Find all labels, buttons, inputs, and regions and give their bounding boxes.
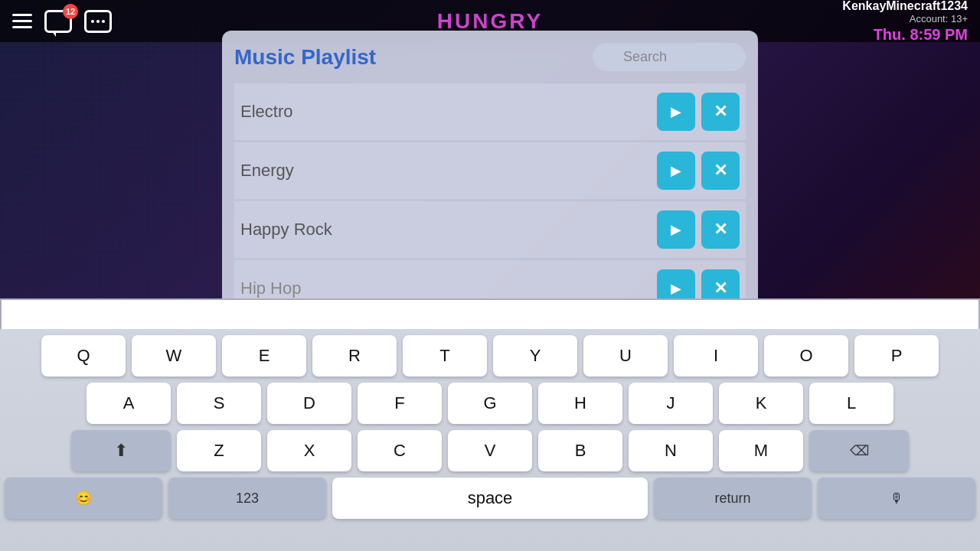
timestamp-label: Thu. 8:59 PM [842, 26, 968, 44]
space-key[interactable]: space [332, 478, 648, 519]
key-h[interactable]: H [538, 383, 622, 424]
playlist-title: Music Playlist [234, 45, 376, 70]
shift-key[interactable]: ⬆ [71, 430, 171, 471]
song-name: Electro [240, 102, 292, 122]
remove-button[interactable]: ✕ [701, 152, 740, 190]
numbers-key[interactable]: 123 [168, 478, 326, 519]
keyboard-row-3: ⬆ Z X C V B N M ⌫ [5, 430, 975, 471]
list-item: Happy Rock ✕ [234, 201, 746, 259]
key-o[interactable]: O [764, 335, 848, 377]
key-z[interactable]: Z [177, 430, 261, 471]
key-y[interactable]: Y [493, 335, 577, 377]
key-a[interactable]: A [87, 383, 171, 424]
key-n[interactable]: N [629, 430, 713, 471]
top-bar-left: 12 [12, 10, 112, 33]
user-info: KenkayMinecraft1234 Account: 13+ Thu. 8:… [842, 0, 968, 44]
list-item: Electro ✕ [234, 83, 746, 141]
key-m[interactable]: M [719, 430, 803, 471]
key-b[interactable]: B [538, 430, 622, 471]
return-key[interactable]: return [654, 478, 812, 519]
key-l[interactable]: L [809, 383, 893, 424]
key-w[interactable]: W [132, 335, 216, 377]
username-label: KenkayMinecraft1234 [842, 0, 968, 13]
game-title: HUNGRY [437, 9, 543, 34]
key-v[interactable]: V [448, 430, 532, 471]
key-p[interactable]: P [854, 335, 939, 377]
key-g[interactable]: G [448, 383, 532, 424]
backspace-key[interactable]: ⌫ [809, 430, 909, 471]
keyboard-row-4: 😊 123 space return 🎙 [5, 478, 975, 519]
key-j[interactable]: J [629, 383, 713, 424]
account-info-label: Account: 13+ [842, 13, 968, 24]
song-name: Happy Rock [240, 220, 332, 240]
remove-button[interactable]: ✕ [701, 93, 740, 131]
keyboard: Q W E R T Y U I O P A S D F G H J K L ⬆ … [0, 329, 980, 551]
play-button[interactable] [657, 210, 695, 249]
emoji-key[interactable]: 😊 [5, 478, 162, 519]
key-i[interactable]: I [674, 335, 758, 377]
search-input[interactable] [11, 309, 969, 327]
playlist-items: Electro ✕ Energy ✕ Happy Rock ✕ Hip Hop [234, 83, 746, 317]
chat2-icon[interactable] [84, 10, 112, 33]
key-t[interactable]: T [403, 335, 487, 377]
key-k[interactable]: K [719, 383, 803, 424]
list-item: Energy ✕ [234, 142, 746, 200]
playlist-header: Music Playlist Search [234, 43, 746, 71]
key-q[interactable]: Q [41, 335, 126, 377]
remove-button[interactable]: ✕ [701, 210, 740, 249]
key-c[interactable]: C [358, 430, 442, 471]
keyboard-row-2: A S D F G H J K L [5, 383, 975, 424]
key-e[interactable]: E [222, 335, 306, 377]
key-f[interactable]: F [358, 383, 442, 424]
item-actions: ✕ [657, 210, 740, 249]
item-actions: ✕ [657, 152, 740, 190]
keyboard-row-1: Q W E R T Y U I O P [5, 335, 975, 377]
key-x[interactable]: X [267, 430, 351, 471]
song-name: Energy [240, 161, 294, 181]
game-title-area: HUNGRY [437, 9, 543, 34]
key-u[interactable]: U [583, 335, 668, 377]
shift-icon: ⬆ [114, 441, 128, 461]
search-button[interactable]: Search [593, 43, 746, 71]
key-r[interactable]: R [312, 335, 397, 377]
key-d[interactable]: D [267, 383, 351, 424]
playlist-panel: Music Playlist Search Electro ✕ Energy ✕… [222, 31, 758, 329]
song-name: Hip Hop [240, 279, 301, 298]
play-button[interactable] [657, 152, 695, 190]
play-button[interactable] [657, 93, 695, 131]
notification-badge: 12 [63, 4, 78, 19]
mic-key[interactable]: 🎙 [818, 478, 975, 519]
menu-icon[interactable] [12, 14, 32, 28]
chat-notification-icon[interactable]: 12 [44, 10, 72, 33]
key-s[interactable]: S [177, 383, 261, 424]
item-actions: ✕ [657, 93, 740, 131]
